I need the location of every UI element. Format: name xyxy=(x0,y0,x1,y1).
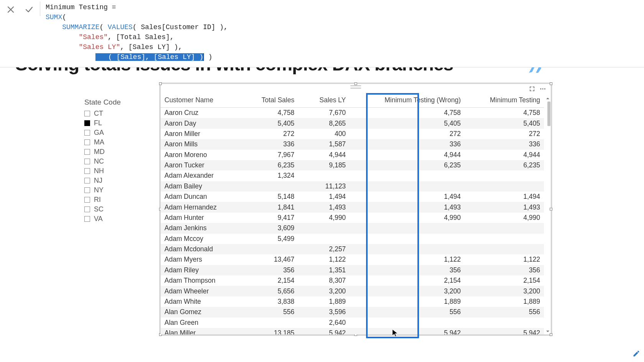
table-row[interactable]: Adam Hernandez1,8411,4931,4931,493 xyxy=(161,202,544,212)
more-options-icon[interactable] xyxy=(539,85,546,94)
cell: 9,417 xyxy=(243,213,298,223)
resize-handle[interactable] xyxy=(355,82,357,85)
slicer-item-label: NJ xyxy=(94,177,102,185)
cell: 1,493 xyxy=(298,202,350,212)
table-row[interactable]: Aaron Tucker6,2359,1856,2356,235 xyxy=(161,160,544,170)
checkbox-icon[interactable] xyxy=(84,168,90,174)
checkbox-icon[interactable] xyxy=(84,197,90,203)
cell: 6,235 xyxy=(243,160,298,170)
cell: 5,405 xyxy=(243,118,298,128)
cell: 5,656 xyxy=(243,286,298,296)
cell: Adam Hernandez xyxy=(161,202,243,212)
col-customer-name[interactable]: Customer Name xyxy=(161,94,243,108)
formula-sumx: SUMX xyxy=(46,13,62,21)
table-row[interactable]: Adam Mcdonald2,257 xyxy=(161,244,544,254)
table-row[interactable]: Aaron Miller272400272272 xyxy=(161,129,544,139)
resize-handle[interactable] xyxy=(159,82,162,85)
table-row[interactable]: Adam Thompson2,1548,3072,1542,154 xyxy=(161,275,544,286)
table-row[interactable]: Adam Bailey11,123 xyxy=(161,181,544,192)
slicer-item-label: NY xyxy=(94,186,104,194)
cell: 4,990 xyxy=(350,213,465,223)
cell: 1,122 xyxy=(298,254,350,265)
scroll-thumb[interactable] xyxy=(547,102,550,126)
slicer-item-ct[interactable]: CT xyxy=(84,109,153,118)
formula-editor[interactable]: Minimum Testing = SUMX( SUMMARIZE( VALUE… xyxy=(40,2,232,63)
table-row[interactable]: Aaron Day5,4058,2655,4055,405 xyxy=(161,118,544,128)
col-total-sales[interactable]: Total Sales xyxy=(243,94,298,108)
cancel-formula-icon[interactable] xyxy=(6,5,15,14)
table-row[interactable]: Adam Hunter9,4174,9904,9904,990 xyxy=(161,213,544,223)
slicer-item-va[interactable]: VA xyxy=(84,214,153,224)
slicer-item-label: NH xyxy=(94,167,104,175)
checkbox-icon[interactable] xyxy=(84,159,90,164)
table-row[interactable]: Alan Gomez5563,596556556 xyxy=(161,307,544,317)
col-min-testing[interactable]: Minimum Testing xyxy=(465,94,544,108)
checkbox-icon[interactable] xyxy=(84,178,90,183)
cell: Adam Riley xyxy=(161,265,243,275)
cell: 5,405 xyxy=(465,118,544,128)
slicer-item-ny[interactable]: NY xyxy=(84,185,153,195)
slicer-item-nc[interactable]: NC xyxy=(84,157,153,166)
slicer-item-nh[interactable]: NH xyxy=(84,166,153,176)
slicer-item-sc[interactable]: SC xyxy=(84,205,153,214)
table-row[interactable]: Adam Wheeler5,6563,2003,2003,200 xyxy=(161,286,544,296)
vertical-scrollbar[interactable] xyxy=(545,95,550,333)
table-row[interactable]: Adam White3,8381,8891,8891,889 xyxy=(161,296,544,307)
checkbox-icon[interactable] xyxy=(84,149,90,155)
slicer-item-ma[interactable]: MA xyxy=(84,138,153,147)
checkbox-icon[interactable] xyxy=(84,130,90,136)
formula-col2-name: "Sales LY" xyxy=(79,43,120,51)
cell: Adam Mcdonald xyxy=(161,244,243,254)
svg-point-1 xyxy=(542,88,544,90)
checkbox-icon[interactable] xyxy=(84,187,90,193)
checkbox-icon[interactable] xyxy=(84,111,90,116)
state-code-slicer: State Code CTFLGAMAMDNCNHNJNYRISCVA xyxy=(84,98,153,224)
table-visual[interactable]: Customer Name Total Sales Sales LY Minim… xyxy=(160,84,551,335)
table-row[interactable]: Adam Myers13,4671,1221,1221,122 xyxy=(161,254,544,265)
focus-mode-icon[interactable] xyxy=(529,85,536,94)
col-sales-ly[interactable]: Sales LY xyxy=(298,94,350,108)
scroll-down-icon[interactable] xyxy=(545,328,550,333)
cell: 400 xyxy=(298,129,350,139)
slicer-item-nj[interactable]: NJ xyxy=(84,176,153,185)
commit-formula-icon[interactable] xyxy=(25,5,34,14)
cell: 1,494 xyxy=(298,192,350,202)
cell: 2,257 xyxy=(298,244,350,254)
slicer-item-ga[interactable]: GA xyxy=(84,128,153,138)
table-row[interactable]: Alan Miller13,1855,9425,9425,942 xyxy=(161,328,544,334)
cell: 3,200 xyxy=(465,286,544,296)
drag-handle-icon[interactable] xyxy=(350,85,361,88)
table-row[interactable]: Adam Jenkins3,609 xyxy=(161,223,544,233)
col-min-wrong[interactable]: Minimum Testing (Wrong) xyxy=(350,94,465,108)
resize-handle[interactable] xyxy=(550,82,552,85)
table-row[interactable]: Aaron Cruz4,7587,6704,7584,758 xyxy=(161,108,544,118)
cell: 6,235 xyxy=(350,160,465,170)
cell: 356 xyxy=(465,265,544,275)
checkbox-icon[interactable] xyxy=(84,216,90,222)
cell: 1,841 xyxy=(243,202,298,212)
slicer-item-md[interactable]: MD xyxy=(84,147,153,157)
cell: 556 xyxy=(243,307,298,317)
checkbox-icon[interactable] xyxy=(84,206,90,212)
cell: 11,123 xyxy=(298,181,350,192)
slicer-item-fl[interactable]: FL xyxy=(84,118,153,128)
checkbox-icon[interactable] xyxy=(84,120,90,126)
resize-handle[interactable] xyxy=(550,208,552,211)
cell: 556 xyxy=(350,307,465,317)
cell: 4,758 xyxy=(465,108,544,118)
cell: 336 xyxy=(350,139,465,149)
table-row[interactable]: Aaron Moreno7,9674,9444,9444,944 xyxy=(161,150,544,160)
edit-pencil-icon[interactable] xyxy=(632,350,640,359)
formula-bar: Minimum Testing = SUMX( SUMMARIZE( VALUE… xyxy=(0,0,644,67)
slicer-item-ri[interactable]: RI xyxy=(84,195,153,205)
cell: 13,467 xyxy=(243,254,298,265)
checkbox-icon[interactable] xyxy=(84,139,90,145)
table-row[interactable]: Aaron Mills3361,587336336 xyxy=(161,139,544,149)
table-row[interactable]: Adam Alexander1,324 xyxy=(161,170,544,181)
resize-handle[interactable] xyxy=(550,333,552,336)
cell: 13,185 xyxy=(243,328,298,334)
table-row[interactable]: Adam Riley3561,351356356 xyxy=(161,265,544,275)
table-row[interactable]: Alan Green2,640 xyxy=(161,318,544,328)
table-row[interactable]: Adam Mccoy5,499 xyxy=(161,234,544,244)
table-row[interactable]: Adam Duncan5,1481,4941,4941,494 xyxy=(161,192,544,202)
